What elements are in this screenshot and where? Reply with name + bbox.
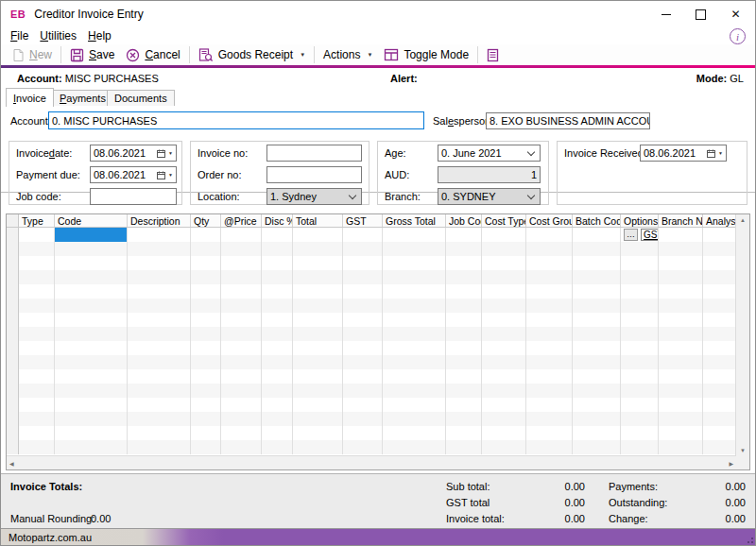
grid-cell[interactable]: [191, 412, 221, 426]
scroll-left-icon[interactable]: ◀: [7, 457, 17, 469]
grid-cell[interactable]: [383, 384, 446, 398]
grid-cell[interactable]: [703, 242, 738, 256]
grid-cell[interactable]: [262, 299, 293, 313]
grid-cell[interactable]: [573, 242, 621, 256]
save-button[interactable]: Save: [64, 44, 120, 65]
grid-column-header[interactable]: Analysis: [703, 214, 738, 227]
grid-cell[interactable]: [221, 384, 262, 398]
grid-cell[interactable]: [621, 270, 659, 284]
grid-cell[interactable]: [343, 299, 383, 313]
grid-cell[interactable]: [128, 284, 191, 299]
grid-cell[interactable]: [573, 369, 621, 384]
grid-cell[interactable]: [221, 327, 262, 341]
grid-cell[interactable]: [703, 355, 738, 369]
table-row[interactable]: [7, 440, 749, 454]
grid-cell[interactable]: [621, 398, 659, 412]
grid-cell[interactable]: [128, 440, 191, 454]
grid-cell[interactable]: [19, 369, 55, 384]
payment-due-input[interactable]: 08.06.2021 ▼: [90, 166, 177, 183]
goods-receipt-button[interactable]: Goods Receipt ▼: [193, 44, 311, 65]
grid-column-header[interactable]: Description: [128, 214, 191, 227]
grid-cell[interactable]: [343, 440, 383, 454]
grid-cell[interactable]: [262, 256, 293, 270]
grid-cell[interactable]: [526, 341, 573, 355]
grid-cell[interactable]: [55, 313, 128, 327]
grid-cell[interactable]: [446, 369, 482, 384]
grid-cell[interactable]: [573, 398, 621, 412]
grid-cell[interactable]: [262, 355, 293, 369]
scroll-up-icon[interactable]: ▲: [737, 214, 748, 226]
grid-cell[interactable]: [482, 341, 526, 355]
grid-cell[interactable]: [383, 327, 446, 341]
grid-cell[interactable]: [526, 369, 573, 384]
grid-cell[interactable]: [482, 412, 526, 426]
menu-utilities[interactable]: Utilities: [34, 29, 82, 43]
grid-cell[interactable]: [128, 228, 191, 242]
vertical-scrollbar[interactable]: ▲ ▼: [735, 214, 749, 456]
grid-cell[interactable]: [482, 426, 526, 440]
salesperson-input[interactable]: 8. EXO BUSINESS ADMIN ACCOUNT: [486, 112, 650, 129]
grid-cell[interactable]: [383, 242, 446, 256]
grid-cell[interactable]: [703, 313, 738, 327]
menu-file[interactable]: File: [5, 29, 34, 43]
grid-cell[interactable]: [293, 299, 343, 313]
grid-cell[interactable]: [293, 384, 343, 398]
grid-cell[interactable]: [19, 299, 55, 313]
grid-column-header[interactable]: Type: [19, 214, 55, 227]
grid-cell[interactable]: [293, 256, 343, 270]
grid-cell[interactable]: [446, 256, 482, 270]
grid-cell[interactable]: [262, 384, 293, 398]
grid-cell[interactable]: [55, 398, 128, 412]
grid-cell[interactable]: [55, 384, 128, 398]
grid-cell[interactable]: [293, 355, 343, 369]
table-row[interactable]: [7, 398, 749, 412]
grid-cell[interactable]: [659, 341, 703, 355]
toggle-mode-button[interactable]: Toggle Mode: [378, 44, 474, 65]
narrative-button[interactable]: [481, 44, 505, 65]
grid-cell[interactable]: [383, 270, 446, 284]
grid-cell[interactable]: [128, 412, 191, 426]
grid-cell[interactable]: [659, 426, 703, 440]
grid-cell[interactable]: [343, 355, 383, 369]
grid-cell[interactable]: [293, 412, 343, 426]
grid-cell[interactable]: [221, 270, 262, 284]
grid-column-header[interactable]: Batch Code: [573, 214, 621, 227]
grid-cell[interactable]: [191, 256, 221, 270]
grid-cell[interactable]: [621, 327, 659, 341]
grid-cell[interactable]: [703, 327, 738, 341]
grid-cell[interactable]: [446, 313, 482, 327]
grid-cell[interactable]: [659, 384, 703, 398]
grid-cell[interactable]: [703, 341, 738, 355]
account-input[interactable]: 0. MISC PURCHASES: [48, 111, 424, 129]
grid-cell[interactable]: [621, 426, 659, 440]
grid-cell[interactable]: [55, 242, 128, 256]
grid-cell[interactable]: [191, 327, 221, 341]
grid-cell[interactable]: [446, 341, 482, 355]
table-row[interactable]: [7, 327, 749, 341]
grid-cell[interactable]: [221, 440, 262, 454]
maximize-button[interactable]: [683, 1, 718, 27]
minimize-button[interactable]: [648, 1, 683, 27]
date-dropdown-icon[interactable]: ▼: [168, 150, 173, 156]
job-code-input[interactable]: [90, 188, 177, 205]
grid-cell[interactable]: [19, 270, 55, 284]
grid-cell[interactable]: [621, 299, 659, 313]
cancel-button[interactable]: Cancel: [120, 44, 185, 65]
info-icon[interactable]: i: [730, 28, 746, 44]
grid-cell[interactable]: [191, 313, 221, 327]
grid-cell[interactable]: [191, 270, 221, 284]
grid-cell[interactable]: [343, 270, 383, 284]
grid-cell[interactable]: [621, 284, 659, 299]
grid-cell[interactable]: [293, 313, 343, 327]
grid-cell[interactable]: [482, 256, 526, 270]
grid-cell[interactable]: [482, 398, 526, 412]
table-row[interactable]: [7, 384, 749, 398]
grid-cell[interactable]: [19, 327, 55, 341]
grid-cell[interactable]: [526, 440, 573, 454]
grid-column-header[interactable]: Total: [293, 214, 343, 227]
grid-cell[interactable]: [383, 369, 446, 384]
grid-cell[interactable]: [526, 270, 573, 284]
grid-cell[interactable]: [128, 384, 191, 398]
grid-cell[interactable]: [446, 228, 482, 242]
grid-cell[interactable]: [7, 341, 19, 355]
